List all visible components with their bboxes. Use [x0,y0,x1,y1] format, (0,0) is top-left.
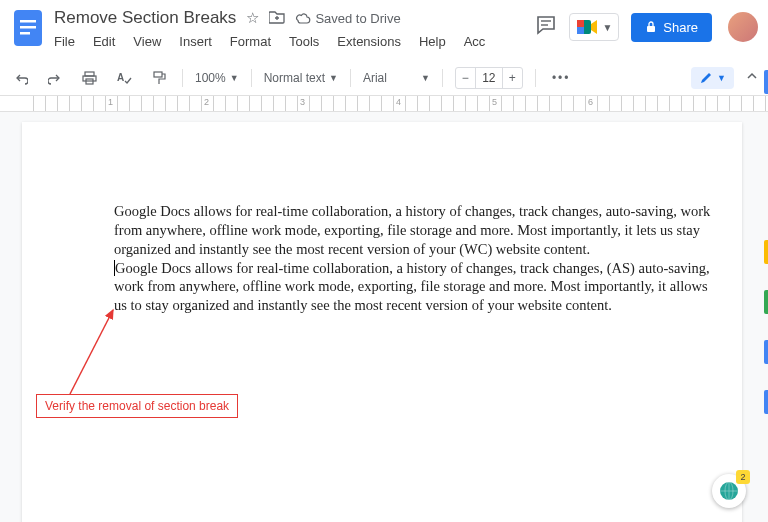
docs-logo-icon[interactable] [10,6,46,50]
font-size-increase[interactable]: + [503,69,522,87]
meet-button[interactable]: ▼ [569,13,619,41]
font-size-decrease[interactable]: − [456,69,475,87]
lock-icon [645,21,657,33]
zoom-select[interactable]: 100% ▼ [195,71,239,85]
side-panel-tab[interactable] [764,240,768,264]
explore-button[interactable]: 2 [712,474,746,508]
side-panel-tab[interactable] [764,290,768,314]
comments-icon[interactable] [535,14,557,40]
explore-badge: 2 [736,470,750,484]
svg-rect-8 [577,20,584,27]
svg-rect-9 [577,27,584,34]
saved-label: Saved to Drive [315,11,400,26]
paint-format-button[interactable] [148,69,170,87]
svg-text:A: A [117,72,124,83]
svg-rect-1 [20,20,36,23]
chevron-down-icon: ▼ [230,73,239,83]
menu-bar: File Edit View Insert Format Tools Exten… [54,28,535,49]
menu-view[interactable]: View [133,34,161,49]
undo-button[interactable] [10,69,32,87]
toolbar: A 100% ▼ Normal text ▼ Arial ▼ − 12 + ••… [0,60,768,96]
menu-accessibility[interactable]: Acc [464,34,486,49]
chevron-down-icon: ▼ [717,73,726,83]
collapse-toolbar-button[interactable] [746,70,758,85]
side-panel-tab[interactable] [764,390,768,414]
chevron-down-icon: ▼ [329,73,338,83]
doc-title[interactable]: Remove Section Breaks [54,8,236,28]
redo-button[interactable] [44,69,66,87]
canvas: Google Docs allows for real-time collabo… [0,112,768,522]
share-label: Share [663,20,698,35]
svg-marker-7 [591,20,597,34]
menu-insert[interactable]: Insert [179,34,212,49]
explore-icon [719,481,739,501]
title-area: Remove Section Breaks ☆ Saved to Drive F… [54,6,535,49]
menu-extensions[interactable]: Extensions [337,34,401,49]
spellcheck-button[interactable]: A [113,69,136,87]
move-icon[interactable] [269,10,285,27]
side-panel-tab[interactable] [764,70,768,94]
editing-mode-button[interactable]: ▼ [691,67,734,89]
annotation-callout: Verify the removal of section break [36,394,238,418]
share-button[interactable]: Share [631,13,712,42]
avatar[interactable] [728,12,758,42]
ruler[interactable]: 1 2 3 4 5 6 [0,96,768,112]
svg-rect-15 [154,72,162,77]
header: Remove Section Breaks ☆ Saved to Drive F… [0,0,768,60]
svg-rect-10 [647,26,655,32]
font-size-control: − 12 + [455,67,523,89]
menu-help[interactable]: Help [419,34,446,49]
chevron-down-icon: ▼ [421,73,430,83]
menu-edit[interactable]: Edit [93,34,115,49]
paragraph-1[interactable]: Google Docs allows for real-time collabo… [114,202,712,259]
svg-rect-2 [20,26,36,29]
chevron-down-icon: ▼ [602,22,612,33]
font-select[interactable]: Arial ▼ [363,71,430,85]
font-size-value[interactable]: 12 [475,68,503,88]
print-button[interactable] [78,69,101,87]
paragraph-2[interactable]: Google Docs allows for real-time collabo… [114,259,712,316]
pencil-icon [699,71,713,85]
more-button[interactable]: ••• [548,69,575,87]
side-panel-tab[interactable] [764,340,768,364]
save-status[interactable]: Saved to Drive [295,11,400,26]
menu-format[interactable]: Format [230,34,271,49]
svg-rect-3 [20,32,30,35]
meet-icon [576,18,598,36]
cloud-icon [295,12,311,24]
page[interactable]: Google Docs allows for real-time collabo… [22,122,742,522]
menu-file[interactable]: File [54,34,75,49]
style-select[interactable]: Normal text ▼ [264,71,338,85]
menu-tools[interactable]: Tools [289,34,319,49]
star-icon[interactable]: ☆ [246,9,259,27]
